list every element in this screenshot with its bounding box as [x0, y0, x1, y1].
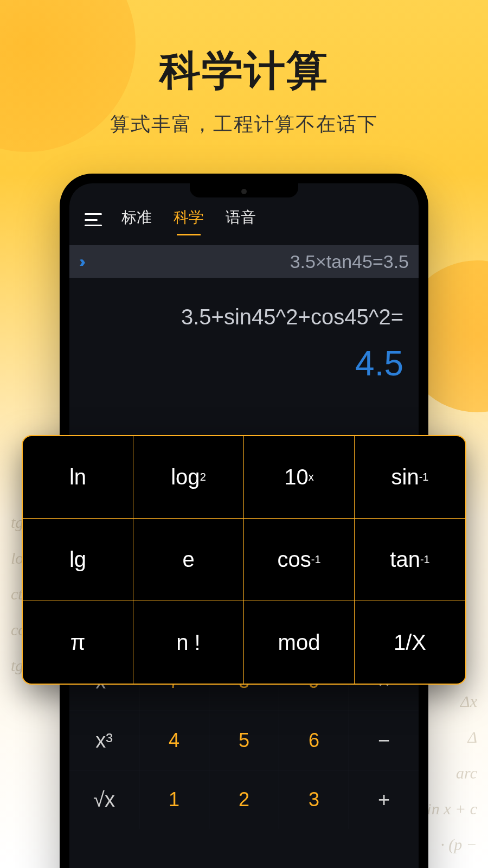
phone-notch	[190, 183, 298, 197]
sci-key-cos[interactable]: cos-1	[244, 519, 355, 601]
sci-key-sin[interactable]: sin-1	[355, 436, 465, 519]
sci-key-e[interactable]: e	[133, 519, 244, 601]
sci-key-ln[interactable]: ln	[23, 436, 133, 519]
tab-scientific[interactable]: 科学	[174, 207, 204, 232]
tab-standard[interactable]: 标准	[121, 207, 152, 232]
sci-key-lg[interactable]: lg	[23, 519, 133, 601]
tab-voice[interactable]: 语音	[226, 207, 256, 232]
sci-key-n[interactable]: n !	[133, 601, 244, 684]
key-−[interactable]: −	[349, 711, 419, 770]
sci-key-10[interactable]: 10x	[244, 436, 355, 519]
history-bar[interactable]: ›› 3.5×tan45=3.5	[69, 245, 419, 278]
display-result: 4.5	[85, 343, 403, 384]
headline-subtitle: 算式丰富，工程计算不在话下	[0, 111, 488, 138]
key-1[interactable]: 1	[139, 770, 209, 829]
key-4[interactable]: 4	[139, 711, 209, 770]
sci-key-mod[interactable]: mod	[244, 601, 355, 684]
display-formula: 3.5+sin45^2+cos45^2=	[85, 305, 403, 329]
history-expression: 3.5×tan45=3.5	[81, 251, 409, 272]
sci-key-8[interactable]: π	[23, 601, 133, 684]
scientific-functions-panel: lnlog210xsin-1lgecos-1tan-1πn !mod1/X	[22, 435, 466, 685]
calc-display: 3.5+sin45^2+cos45^2= 4.5	[69, 278, 419, 397]
mode-tabs: 标准 科学 语音	[121, 207, 256, 232]
sci-key-tan[interactable]: tan-1	[355, 519, 465, 601]
key-3[interactable]: 3	[279, 770, 349, 829]
key-2[interactable]: 2	[209, 770, 279, 829]
key-+[interactable]: +	[349, 770, 419, 829]
key-√x[interactable]: √x	[69, 770, 139, 829]
headline: 科学计算 算式丰富，工程计算不在话下	[0, 0, 488, 138]
headline-title: 科学计算	[0, 43, 488, 99]
key-x³[interactable]: x³	[69, 711, 139, 770]
sci-key-log[interactable]: log2	[133, 436, 244, 519]
key-6[interactable]: 6	[279, 711, 349, 770]
menu-icon[interactable]	[85, 213, 102, 226]
key-5[interactable]: 5	[209, 711, 279, 770]
sci-key-1X[interactable]: 1/X	[355, 601, 465, 684]
